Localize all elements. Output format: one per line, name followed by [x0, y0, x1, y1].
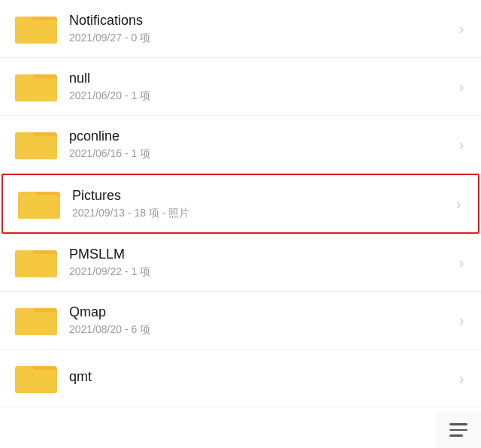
list-item[interactable]: Qmap 2021/08/20 - 6 项 › — [0, 292, 481, 350]
bottom-toolbar — [436, 412, 481, 448]
item-info: qmt — [69, 369, 457, 388]
item-info: Qmap 2021/08/20 - 6 项 — [69, 304, 457, 337]
item-meta: 2021/09/13 - 18 项 - 照片 — [72, 207, 454, 220]
folder-icon — [15, 11, 57, 47]
list-item[interactable]: Notifications 2021/09/27 - 0 项 › — [0, 0, 481, 58]
item-name: pconline — [69, 129, 457, 144]
menu-icon[interactable] — [449, 423, 467, 437]
item-meta: 2021/09/22 - 1 项 — [69, 265, 457, 279]
list-item[interactable]: PMSLLM 2021/09/22 - 1 项 › — [0, 234, 481, 292]
list-item[interactable]: null 2021/06/20 - 1 项 › — [0, 58, 481, 116]
item-meta: 2021/08/20 - 6 项 — [69, 323, 457, 337]
svg-rect-5 — [15, 136, 57, 159]
folder-icon — [15, 126, 57, 162]
item-meta: 2021/06/20 - 1 项 — [69, 89, 457, 103]
folder-icon — [18, 186, 60, 222]
folder-icon — [15, 244, 57, 280]
list-item[interactable]: pconline 2021/06/16 - 1 项 › — [0, 116, 481, 174]
item-name: null — [69, 71, 457, 86]
item-info: pconline 2021/06/16 - 1 项 — [69, 129, 457, 161]
svg-rect-13 — [15, 370, 57, 393]
item-info: null 2021/06/20 - 1 项 — [69, 71, 457, 103]
list-item[interactable]: qmt › — [0, 350, 481, 407]
item-info: Pictures 2021/09/13 - 18 项 - 照片 — [72, 188, 454, 220]
chevron-icon: › — [454, 196, 463, 211]
file-list: Notifications 2021/09/27 - 0 项 › null 20… — [0, 0, 481, 407]
svg-rect-1 — [15, 20, 57, 44]
item-info: PMSLLM 2021/09/22 - 1 项 — [69, 247, 457, 279]
svg-rect-7 — [18, 195, 60, 219]
item-meta: 2021/06/16 - 1 项 — [69, 147, 457, 161]
svg-rect-9 — [15, 254, 57, 277]
item-name: Notifications — [69, 13, 457, 29]
chevron-icon: › — [457, 313, 466, 328]
svg-rect-3 — [15, 78, 57, 101]
item-name: PMSLLM — [69, 247, 457, 262]
chevron-icon: › — [457, 21, 466, 36]
chevron-icon: › — [457, 255, 466, 270]
chevron-icon: › — [457, 79, 466, 94]
item-name: qmt — [69, 369, 457, 385]
folder-icon — [15, 68, 57, 104]
chevron-icon: › — [457, 371, 466, 386]
folder-icon — [15, 360, 57, 396]
list-item[interactable]: Pictures 2021/09/13 - 18 项 - 照片 › — [2, 174, 479, 234]
item-name: Pictures — [72, 188, 454, 204]
item-info: Notifications 2021/09/27 - 0 项 — [69, 13, 457, 45]
folder-icon — [15, 302, 57, 338]
chevron-icon: › — [457, 137, 466, 152]
item-meta: 2021/09/27 - 0 项 — [69, 32, 457, 45]
svg-rect-11 — [15, 312, 57, 335]
item-name: Qmap — [69, 304, 457, 320]
